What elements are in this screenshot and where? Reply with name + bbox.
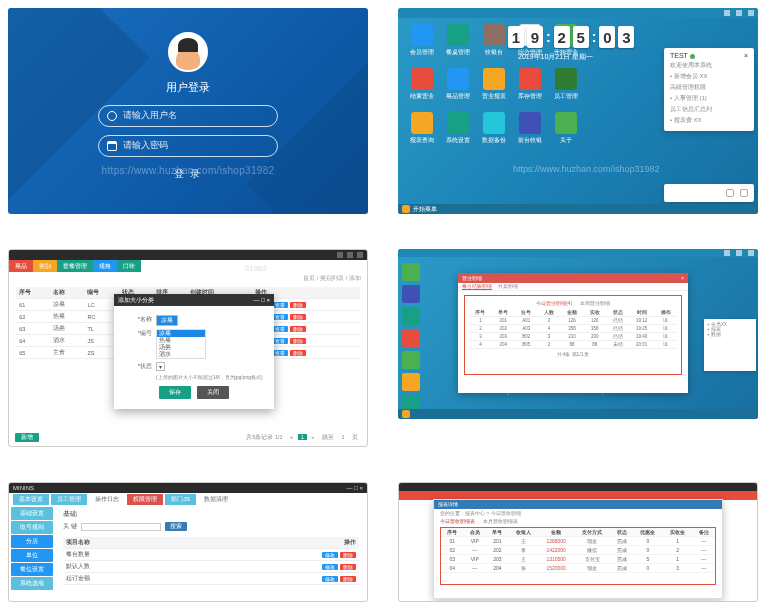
top-tab[interactable]: 规格 [93, 260, 117, 272]
sidebar-tile[interactable] [402, 373, 420, 391]
app-tile[interactable]: 系统设置 [442, 112, 474, 152]
top-tab[interactable]: 类别 [33, 260, 57, 272]
row-op[interactable]: 删除 [290, 350, 306, 356]
table-row: 02—202李1422000微信完成02— [441, 546, 715, 555]
close-icon[interactable] [748, 10, 754, 16]
row-op[interactable]: 删除 [290, 326, 306, 332]
nav-item[interactable]: 员工管理 [51, 494, 87, 505]
tab-1[interactable]: 外卖明细 [498, 283, 518, 290]
app-label: 系统设置 [446, 136, 470, 145]
sidebar-tile[interactable] [402, 285, 420, 303]
row-op[interactable]: 删除 [290, 302, 306, 308]
search-button[interactable]: 搜索 [165, 522, 187, 531]
app-tile[interactable]: 库存管理 [514, 68, 546, 108]
start-button[interactable] [402, 410, 410, 418]
sidebar-tile[interactable] [402, 329, 420, 347]
edit-button[interactable]: 修改 [322, 552, 338, 558]
code-listbox[interactable]: 凉菜热菜汤类酒水 [156, 329, 206, 359]
side-item[interactable]: 取号规则 [11, 521, 53, 534]
list-option[interactable]: 热菜 [157, 337, 205, 344]
edit-button[interactable]: 修改 [322, 564, 338, 570]
cancel-button[interactable]: 关闭 [197, 386, 229, 399]
add-button[interactable]: 新增 [15, 433, 39, 442]
list-option[interactable]: 酒水 [157, 351, 205, 358]
row-op[interactable]: 查看 [272, 350, 288, 356]
list-option[interactable]: 汤类 [157, 344, 205, 351]
pager-prev[interactable]: « [287, 434, 296, 440]
row-op[interactable]: 查看 [272, 326, 288, 332]
tray-refresh-icon[interactable] [740, 189, 748, 197]
popup-item[interactable]: • 报表费 XX [670, 116, 748, 125]
nav-item[interactable]: 部门JS [165, 494, 196, 505]
row-op[interactable]: 查看 [272, 314, 288, 320]
field-code-label: *编号 [122, 329, 152, 338]
delete-button[interactable]: 删除 [340, 576, 356, 582]
app-tile[interactable]: 前台收银 [514, 112, 546, 152]
password-input[interactable]: 请输入密码 [98, 135, 278, 157]
app-label: 报表查询 [410, 136, 434, 145]
app-tile[interactable]: 数据备份 [478, 112, 510, 152]
save-button[interactable]: 保存 [159, 386, 191, 399]
start-button[interactable] [402, 205, 410, 213]
popup-item[interactable]: 高级管理权限 [670, 83, 748, 92]
app-tile[interactable]: 收银台 [478, 24, 510, 64]
mtab-0[interactable]: 今日营收明细表 [440, 518, 475, 524]
edit-button[interactable]: 修改 [322, 576, 338, 582]
app-tile[interactable]: 员工管理 [550, 68, 582, 108]
pager-next[interactable]: » [308, 434, 317, 440]
mtab-1[interactable]: 本月营收明细表 [483, 518, 518, 524]
side-item[interactable]: 系统选项 [11, 577, 53, 590]
app-tile[interactable]: 餐桌管理 [442, 24, 474, 64]
popup-item[interactable]: • 新增会员 XX [670, 72, 748, 81]
side-item[interactable]: 餐位设置 [11, 563, 53, 576]
row-op[interactable]: 删除 [290, 338, 306, 344]
side-item[interactable]: 单位 [11, 549, 53, 562]
app-tile[interactable]: 菜品管理 [442, 68, 474, 108]
nav-item[interactable]: 权限管理 [127, 494, 163, 505]
list-option[interactable]: 凉菜 [157, 330, 205, 337]
delete-button[interactable]: 删除 [340, 564, 356, 570]
app-tile[interactable]: 报表查询 [406, 112, 438, 152]
clock-s2: 3 [618, 26, 634, 48]
nav-item[interactable]: 数据清理 [198, 494, 234, 505]
row-op[interactable]: 删除 [290, 314, 306, 320]
popup-close-icon[interactable]: × [744, 52, 748, 59]
sidebar-tile[interactable] [402, 351, 420, 369]
popup-item[interactable]: • 人事管理 (1) [670, 94, 748, 103]
tab-0[interactable]: 餐台结账明细 [462, 283, 492, 290]
inner-close-icon[interactable]: × [681, 275, 684, 281]
username-input[interactable]: 请输入用户名 [98, 105, 278, 127]
popup-item[interactable]: 员工信息汇总列 [670, 105, 748, 114]
app-tile[interactable]: 结束营业 [406, 68, 438, 108]
window-controls[interactable]: — □ × [347, 483, 363, 493]
delete-button[interactable]: 删除 [340, 552, 356, 558]
sidebar-tile[interactable] [402, 263, 420, 281]
top-tab[interactable]: 套餐管理 [57, 260, 93, 272]
side-item[interactable]: 分店 [11, 535, 53, 548]
popup-item[interactable]: + 数据 [707, 332, 753, 337]
pager-1[interactable]: 1 [298, 434, 307, 440]
window-titlebar [398, 8, 758, 18]
row-op[interactable]: 查看 [272, 338, 288, 344]
taskbar-label: 开始菜单 [413, 205, 437, 214]
min-icon[interactable] [724, 10, 730, 16]
nav-item[interactable]: 基本设置 [13, 494, 49, 505]
sidebar-tile[interactable] [402, 307, 420, 325]
top-nav: 基本设置员工管理操作日志权限管理部门JS数据清理 [9, 493, 367, 505]
tray-search-icon[interactable] [726, 189, 734, 197]
name-select[interactable]: 凉菜 [156, 315, 178, 326]
app-tile[interactable]: 关于 [550, 112, 582, 152]
app-tile[interactable]: 营业报表 [478, 68, 510, 108]
top-tab[interactable]: 口味 [117, 260, 141, 272]
dialog-close-icon[interactable]: — □ × [254, 294, 270, 306]
top-tab[interactable]: 菜品 [9, 260, 33, 272]
app-tile[interactable]: 会员管理 [406, 24, 438, 64]
rtab-1[interactable]: 本周营业明细 [580, 300, 610, 306]
max-icon[interactable] [736, 10, 742, 16]
rtab-0[interactable]: 今日营业明细(4) [536, 300, 572, 306]
row-op[interactable]: 查看 [272, 302, 288, 308]
search-input[interactable] [81, 523, 161, 531]
nav-item[interactable]: 操作日志 [89, 494, 125, 505]
side-item[interactable]: 基础设置 [11, 507, 53, 520]
status-select[interactable]: ▾ [156, 362, 165, 371]
